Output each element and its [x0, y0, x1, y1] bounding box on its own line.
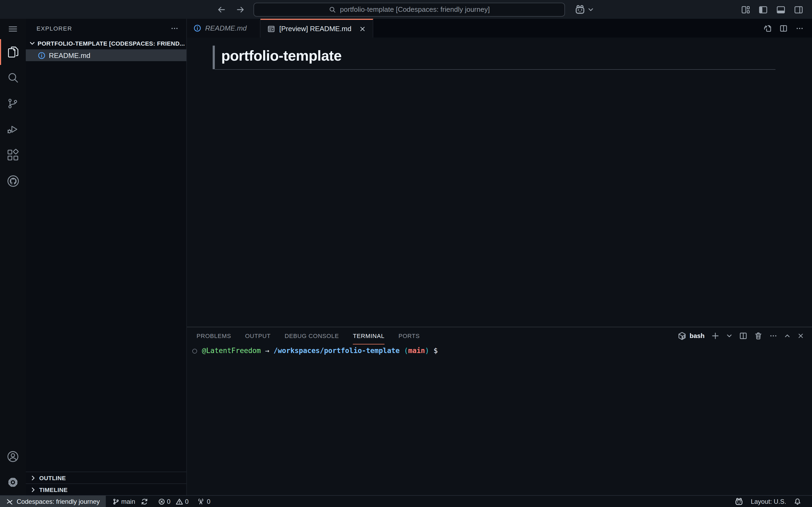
status-bar-right: Layout: U.S. [735, 496, 812, 507]
chevron-right-icon [29, 485, 38, 494]
remote-label: Codespaces: friendly journey [17, 498, 100, 505]
toggle-panel-button[interactable] [776, 5, 786, 14]
layout-sidebar-right-icon [794, 5, 803, 14]
tab-readme-source[interactable]: README.md [187, 19, 260, 38]
activity-source-control-button[interactable] [0, 91, 26, 116]
git-branch-icon [6, 97, 20, 111]
files-icon [6, 45, 20, 59]
terminal-paren: ) [425, 346, 429, 356]
sidebar-title: EXPLORER [37, 25, 170, 32]
explorer-more-actions-button[interactable] [170, 24, 179, 33]
preview-heading: portfolio-template [221, 45, 812, 66]
github-icon [6, 174, 20, 188]
ports-count: 0 [207, 498, 210, 505]
warning-icon [176, 498, 184, 505]
status-codespaces[interactable] [735, 497, 743, 506]
back-icon [216, 4, 226, 15]
activity-extensions-button[interactable] [0, 142, 26, 168]
editor-more-actions-button[interactable] [795, 24, 804, 33]
command-center: portfolio-template [Codespaces: friendly… [0, 0, 812, 19]
panel-actions: $ bash [678, 332, 805, 340]
tab-label: README.md [205, 24, 247, 32]
warning-count: 0 [185, 498, 189, 505]
menu-icon [7, 23, 18, 34]
panel-tab-ports[interactable]: PORTS [399, 327, 420, 344]
tab-readme-preview[interactable]: [Preview] README.md [260, 19, 373, 38]
panel-tab-problems[interactable]: PROBLEMS [197, 327, 231, 344]
markdown-heading-rule [215, 69, 775, 70]
chevron-down-icon [588, 6, 594, 13]
terminal-cwd: /workspaces/portfolio-template [273, 346, 400, 356]
open-preview-source-button[interactable] [763, 24, 772, 33]
explorer-empty-space [26, 61, 186, 471]
settings-button[interactable] [0, 469, 26, 495]
gear-icon [6, 475, 20, 489]
toggle-sidebar-button[interactable] [758, 5, 768, 14]
open-preview-icon [763, 24, 772, 33]
markdown-preview-icon [267, 24, 275, 33]
split-terminal-button[interactable] [739, 332, 748, 340]
panel-tab-debug-console[interactable]: DEBUG CONSOLE [285, 327, 339, 344]
forward-button[interactable] [234, 3, 247, 16]
activity-explorer-button[interactable] [0, 39, 26, 65]
git-branch-icon [112, 498, 120, 505]
split-panel-icon [739, 332, 748, 340]
panel-tab-label: TERMINAL [353, 332, 385, 339]
terminal-shell-tab[interactable]: $ bash [678, 332, 705, 340]
command-center-search[interactable]: portfolio-template [Codespaces: friendly… [253, 2, 565, 16]
remote-icon [6, 498, 13, 505]
customize-layout-icon [741, 5, 750, 14]
titlebar: portfolio-template [Codespaces: friendly… [0, 0, 812, 19]
trash-icon [754, 332, 763, 340]
notifications-button[interactable] [794, 498, 801, 505]
toggle-secondary-sidebar-button[interactable] [794, 5, 803, 14]
status-branch[interactable]: main [112, 496, 148, 507]
back-button[interactable] [215, 3, 228, 16]
panel-tab-label: DEBUG CONSOLE [285, 332, 339, 339]
panel-tab-terminal[interactable]: TERMINAL [353, 327, 385, 344]
workspace-root-label: PORTFOLIO-TEMPLATE [CODESPACES: FRIEND..… [38, 40, 185, 47]
remote-menu-button[interactable] [571, 3, 597, 15]
sidebar-item-workspace-root[interactable]: PORTFOLIO-TEMPLATE [CODESPACES: FRIEND..… [26, 38, 186, 49]
status-keyboard-layout[interactable]: Layout: U.S. [751, 498, 786, 505]
chevron-right-icon [29, 473, 38, 482]
accounts-button[interactable] [0, 444, 26, 469]
panel-tab-label: PORTS [399, 332, 420, 339]
panel-tab-label: OUTPUT [245, 332, 271, 339]
file-label: README.md [49, 51, 91, 59]
remote-indicator[interactable]: Codespaces: friendly journey [0, 496, 106, 507]
layout-panel-icon [776, 5, 786, 14]
maximize-panel-button[interactable] [784, 333, 791, 339]
svg-text:$: $ [683, 335, 684, 338]
activity-github-button[interactable] [0, 168, 26, 194]
editor-actions [763, 19, 812, 38]
panel-tab-label: PROBLEMS [197, 332, 231, 339]
search-icon [329, 6, 336, 13]
extensions-icon [6, 148, 20, 162]
status-problems[interactable]: 0 0 [158, 496, 189, 507]
customize-layout-button[interactable] [741, 5, 750, 14]
terminal-launch-profile-button[interactable] [726, 333, 732, 339]
status-forwarded-ports[interactable]: 0 [197, 496, 210, 507]
bell-icon [794, 498, 801, 505]
new-terminal-button[interactable] [711, 332, 720, 340]
terminal-view[interactable]: @LatentFreedom → /workspaces/portfolio-t… [187, 344, 812, 495]
split-editor-button[interactable] [779, 24, 788, 33]
activity-run-debug-button[interactable] [0, 116, 26, 142]
activity-search-button[interactable] [0, 65, 26, 91]
account-icon [6, 450, 20, 463]
close-panel-button[interactable] [797, 332, 805, 340]
sidebar-item-readme[interactable]: README.md [26, 49, 186, 61]
sidebar-section-outline[interactable]: OUTLINE [26, 471, 186, 484]
terminal-arrow: → [265, 346, 269, 356]
kill-terminal-button[interactable] [754, 332, 763, 340]
codespaces-icon [735, 497, 743, 506]
menu-button[interactable] [0, 19, 26, 39]
terminal-prompt-line: @LatentFreedom → /workspaces/portfolio-t… [192, 346, 812, 356]
panel-more-actions-button[interactable] [769, 332, 778, 340]
sidebar-section-timeline[interactable]: TIMELINE [26, 484, 186, 495]
activity-bar-bottom [0, 444, 26, 495]
radio-tower-icon [197, 498, 205, 505]
panel-tab-output[interactable]: OUTPUT [245, 327, 271, 344]
tab-close-button[interactable] [359, 25, 366, 33]
